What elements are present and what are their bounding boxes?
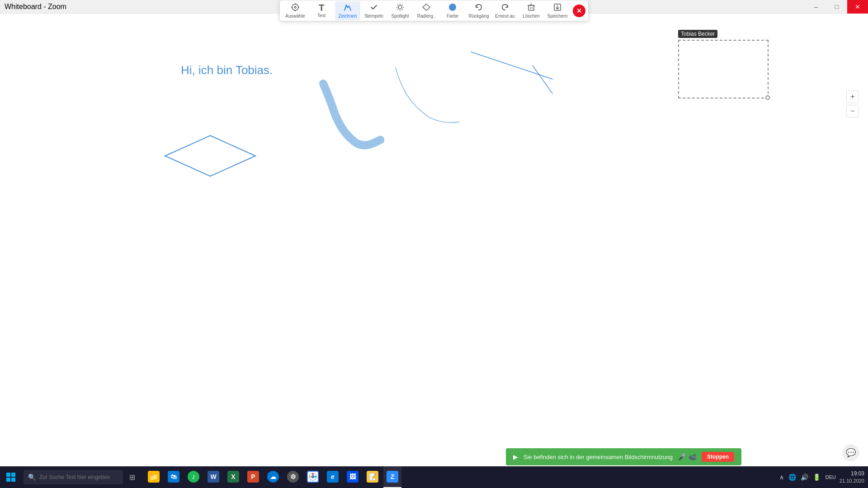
chat-icon[interactable]: 💬 (843, 445, 859, 461)
store-icon: 🛍 (168, 471, 179, 483)
explorer-icon: 📁 (148, 471, 160, 483)
photos-icon: 🖼 (347, 471, 359, 483)
zoom-out-button[interactable]: − (846, 105, 859, 117)
svg-line-26 (533, 66, 552, 94)
spotlight-label: Spotlight (392, 14, 409, 19)
task-view-button[interactable]: ⊞ (123, 466, 141, 488)
svg-rect-30 (11, 478, 15, 482)
user-label: Tobias Becker (678, 30, 717, 38)
taskbar-app-onedrive[interactable]: ☁ (264, 466, 282, 488)
taskbar-app-explorer[interactable]: 📁 (145, 466, 163, 488)
screen-share-notification: ▶ Sie befinden sich in der gemeinsamen B… (506, 448, 741, 465)
ruckgang-label: Rückgäng (468, 14, 489, 19)
video-icon: 📹 (689, 453, 696, 460)
svg-line-25 (471, 52, 552, 79)
tray-arrow-icon[interactable]: ∧ (778, 474, 785, 481)
svg-rect-29 (6, 478, 10, 482)
text-label: Text (317, 13, 326, 18)
notification-message: Sie befinden sich in der gemeinsamen Bil… (524, 454, 673, 460)
taskbar-app-powerpoint[interactable]: P (244, 466, 262, 488)
mic-icon: 🎤 (678, 453, 686, 460)
tool-auswahl[interactable]: Auswähle (283, 1, 308, 20)
stempeln-label: Stempeln (364, 14, 383, 19)
edge-icon: e (327, 471, 339, 483)
tool-spotlight[interactable]: Spotlight (387, 1, 413, 20)
taskbar-app-word[interactable]: W (204, 466, 222, 488)
clock-time: 19:03 (840, 470, 864, 478)
taskbar-search[interactable]: 🔍 (24, 470, 123, 484)
stempeln-icon (370, 3, 378, 13)
selection-border (678, 40, 769, 99)
taskbar-app-chrome[interactable] (304, 466, 322, 488)
svg-marker-24 (165, 136, 255, 176)
taskbar-app-misc[interactable]: ⚙ (284, 466, 302, 488)
svg-line-11 (397, 5, 398, 5)
svg-point-0 (292, 4, 298, 10)
erneut-icon (501, 3, 509, 13)
search-icon: 🔍 (28, 474, 36, 481)
notification-controls: 🎤 📹 (678, 453, 696, 460)
clock-date: 21.10.2020 (840, 478, 864, 484)
zoom-icon: Z (387, 471, 398, 483)
onedrive-icon: ☁ (267, 471, 279, 483)
text-icon: T (319, 3, 324, 12)
maximize-button[interactable]: □ (826, 0, 847, 14)
auswahl-icon (291, 3, 299, 13)
close-button[interactable]: ✕ (847, 0, 868, 14)
taskbar-app-excel[interactable]: X (224, 466, 242, 488)
radierg-label: Radierg.. (417, 14, 436, 19)
start-button[interactable] (0, 466, 22, 488)
toolbar-close-button[interactable]: ✕ (573, 5, 585, 17)
minimize-button[interactable]: – (806, 0, 826, 14)
tool-farbe[interactable]: Farbe (440, 1, 465, 20)
tool-speichern[interactable]: Speichern (545, 1, 570, 20)
system-tray: ∧ 🌐 🔊 🔋 DEU 19:03 21.10.2020 (778, 470, 868, 484)
volume-icon[interactable]: 🔊 (799, 474, 810, 481)
farbe-icon (448, 3, 457, 13)
svg-rect-17 (528, 5, 534, 10)
user-selection-box: Tobias Becker (678, 40, 769, 99)
tool-erneut[interactable]: Erneut au (492, 1, 518, 20)
taskbar-app-store[interactable]: 🛍 (165, 466, 183, 488)
whiteboard-canvas[interactable]: Hi, ich bin Tobias. Tobias Becker (0, 0, 868, 352)
stop-sharing-button[interactable]: Stoppen (702, 452, 734, 462)
loschen-icon (527, 3, 535, 13)
word-icon: W (208, 471, 219, 483)
zoom-control: + − (846, 90, 859, 117)
svg-rect-27 (6, 473, 10, 477)
speichern-label: Speichern (547, 14, 567, 19)
tool-loschen[interactable]: Löschen (519, 1, 544, 20)
svg-line-13 (402, 5, 402, 5)
taskbar-app-photos[interactable]: 🖼 (344, 466, 362, 488)
taskbar-app-spotify[interactable]: ♪ (184, 466, 203, 488)
selection-handle-br[interactable] (765, 95, 770, 100)
canvas-text-content: Hi, ich bin Tobias. (181, 63, 273, 77)
svg-marker-15 (423, 4, 430, 10)
zeichnen-label: Zeichnen (338, 14, 357, 19)
search-input[interactable] (39, 474, 118, 480)
auswahl-label: Auswähle (285, 14, 305, 19)
tool-zeichnen[interactable]: Zeichnen (335, 1, 360, 20)
tool-stempeln[interactable]: Stempeln (361, 1, 387, 20)
chrome-icon (307, 471, 319, 483)
spotlight-icon (396, 3, 404, 13)
battery-icon[interactable]: 🔋 (811, 474, 822, 481)
tool-text[interactable]: T Text (309, 1, 334, 20)
zoom-in-button[interactable]: + (846, 90, 859, 103)
stickynotes-icon: 📝 (367, 471, 378, 483)
network-icon[interactable]: 🌐 (787, 474, 797, 481)
ruckgang-icon (475, 3, 483, 13)
misc-icon: ⚙ (287, 471, 299, 483)
canvas-text-element: Hi, ich bin Tobias. (181, 63, 273, 77)
svg-point-6 (398, 5, 402, 9)
taskbar-app-zoom[interactable]: Z (383, 466, 401, 488)
tool-radierg[interactable]: Radierg.. (414, 1, 439, 20)
taskbar-app-edge[interactable]: e (324, 466, 342, 488)
svg-point-1 (294, 6, 296, 8)
system-clock: 19:03 21.10.2020 (840, 470, 864, 484)
taskbar-app-stickynotes[interactable]: 📝 (363, 466, 382, 488)
powerpoint-icon: P (247, 471, 259, 483)
speichern-icon (553, 3, 561, 13)
window-controls: – □ ✕ (806, 0, 868, 14)
tool-ruckgang[interactable]: Rückgäng (466, 1, 491, 20)
